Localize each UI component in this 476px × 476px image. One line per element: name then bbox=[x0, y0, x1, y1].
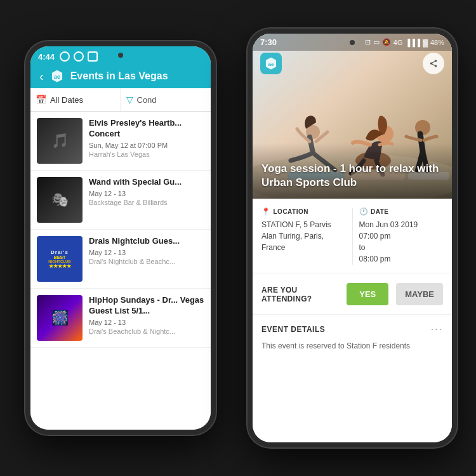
app-bar-title: Events in Las Vegas bbox=[70, 70, 202, 82]
event-thumb-2 bbox=[37, 177, 83, 223]
event-details-description: This event is reserved to Station F resi… bbox=[261, 340, 443, 352]
maybe-button[interactable]: MAYBE bbox=[396, 283, 443, 305]
location-date-row: 📍 LOCATION STATION F, 5 Parvis Alan Turi… bbox=[253, 199, 452, 274]
share-button[interactable] bbox=[423, 53, 444, 74]
hero-title-overlay: Yoga session - 1 hour to relax with Urba… bbox=[253, 143, 452, 199]
status-icons-back bbox=[60, 51, 98, 62]
event-date-3: May 12 - 13 bbox=[89, 249, 204, 256]
event-date-4: May 12 - 13 bbox=[89, 319, 204, 326]
event-title-4: HipHop Sundays - Dr... Vegas Guest List … bbox=[89, 295, 204, 317]
event-title-1: Elvis Presley's Heartb... Concert bbox=[89, 118, 204, 140]
logo-hex-back: ae bbox=[50, 69, 64, 83]
logo-hex-front[interactable]: ae bbox=[260, 53, 282, 74]
instagram-icon bbox=[74, 51, 84, 62]
yes-button[interactable]: YES bbox=[347, 283, 388, 305]
clock-icon: 🕐 bbox=[359, 208, 369, 216]
app-icon bbox=[88, 51, 98, 62]
hero-nav: ae bbox=[253, 53, 452, 74]
location-value: STATION F, 5 Parvis Alan Turing, Paris, … bbox=[261, 219, 346, 253]
event-item-1[interactable]: Elvis Presley's Heartb... Concert Sun, M… bbox=[30, 112, 211, 171]
event-item-3[interactable]: Drai's BEST NIGHTCLUB ★★★★★ Drais Nightc… bbox=[30, 230, 211, 289]
col-divider bbox=[352, 208, 353, 265]
attending-question: ARE YOU ATTENDING? bbox=[261, 286, 339, 303]
event-item-4[interactable]: HipHop Sundays - Dr... Vegas Guest List … bbox=[30, 289, 211, 348]
event-thumb-4 bbox=[37, 295, 83, 341]
share-icon bbox=[429, 59, 438, 68]
app-bar-back: ‹ ae Events in Las Vegas bbox=[30, 64, 211, 88]
attending-row: ARE YOU ATTENDING? YES MAYBE bbox=[253, 274, 452, 315]
event-venue-4: Drai's Beachclub & Nightc... bbox=[89, 327, 204, 335]
date-value: Mon Jun 03 2019 07:00 pm to 08:00 pm bbox=[359, 219, 444, 265]
svg-point-15 bbox=[435, 65, 437, 67]
status-time-front: 7:30 bbox=[260, 37, 277, 47]
svg-text:ae: ae bbox=[54, 74, 60, 80]
event-venue-3: Drai's Nightclub & Beachc... bbox=[89, 258, 204, 265]
event-title-2: Wand with Special Gu... bbox=[89, 177, 204, 188]
event-title-3: Drais Nightclub Gues... bbox=[89, 236, 204, 247]
signal-bars-icon: ▐▐▐ bbox=[406, 39, 420, 46]
event-thumb-3: Drai's BEST NIGHTCLUB ★★★★★ bbox=[37, 236, 83, 282]
hero-section: 7:30 ⊡ ▭ 🔕 4G ▐▐▐ ▓ 48% ae bbox=[253, 34, 452, 199]
cond-filter-label: Cond bbox=[137, 95, 157, 105]
detail-section: 📍 LOCATION STATION F, 5 Parvis Alan Turi… bbox=[253, 199, 452, 442]
svg-point-14 bbox=[430, 62, 433, 65]
event-venue-2: Backstage Bar & Billiards bbox=[89, 199, 204, 206]
calendar-icon: 📅 bbox=[36, 95, 46, 105]
more-options-icon[interactable]: ··· bbox=[431, 324, 443, 335]
event-details-header: EVENT DETAILS ··· bbox=[261, 324, 443, 335]
hero-title: Yoga session - 1 hour to relax with Urba… bbox=[261, 162, 443, 190]
event-thumb-1 bbox=[37, 118, 83, 164]
signal-label: 4G bbox=[393, 39, 403, 46]
event-info-1: Elvis Presley's Heartb... Concert Sun, M… bbox=[89, 118, 204, 158]
filter-bar: 📅 All Dates ▽ Cond bbox=[30, 88, 211, 112]
date-filter-btn[interactable]: 📅 All Dates bbox=[30, 88, 121, 111]
back-phone: 4:44 ‹ ae Events in Las Vegas 📅 All Date… bbox=[25, 41, 216, 435]
svg-point-13 bbox=[435, 60, 437, 62]
svg-text:ae: ae bbox=[268, 62, 274, 67]
location-pin-icon: 📍 bbox=[261, 208, 271, 216]
event-details-title: EVENT DETAILS bbox=[261, 325, 325, 334]
battery-icon: ▓ bbox=[423, 39, 428, 46]
front-phone: 7:30 ⊡ ▭ 🔕 4G ▐▐▐ ▓ 48% ae bbox=[248, 29, 457, 447]
cond-filter-btn[interactable]: ▽ Cond bbox=[121, 88, 211, 111]
event-info-3: Drais Nightclub Gues... May 12 - 13 Drai… bbox=[89, 236, 204, 265]
event-venue-1: Harrah's Las Vegas bbox=[89, 150, 204, 158]
battery-label: 48% bbox=[430, 39, 444, 46]
location-col: 📍 LOCATION STATION F, 5 Parvis Alan Turi… bbox=[261, 208, 346, 265]
date-col: 🕐 DATE Mon Jun 03 2019 07:00 pm to 08:00… bbox=[359, 208, 444, 265]
event-date-2: May 12 - 13 bbox=[89, 190, 204, 197]
event-info-4: HipHop Sundays - Dr... Vegas Guest List … bbox=[89, 295, 204, 335]
hex-logo-svg: ae bbox=[264, 56, 278, 70]
camera-status-icon: ⊡ bbox=[365, 38, 371, 46]
event-details-section: EVENT DETAILS ··· This event is reserved… bbox=[253, 315, 452, 360]
event-list: Elvis Presley's Heartb... Concert Sun, M… bbox=[30, 112, 211, 430]
date-label: 🕐 DATE bbox=[359, 208, 444, 216]
screen-icon: ▭ bbox=[373, 38, 380, 46]
camera-dot-front bbox=[350, 40, 355, 45]
status-icons-front: ⊡ ▭ 🔕 4G ▐▐▐ ▓ 48% bbox=[365, 38, 444, 46]
back-arrow-icon[interactable]: ‹ bbox=[39, 70, 44, 83]
filter-icon: ▽ bbox=[126, 95, 133, 105]
status-time-back: 4:44 bbox=[38, 52, 55, 62]
event-date-1: Sun, May 12 at 07:00 PM bbox=[89, 142, 204, 149]
location-label: 📍 LOCATION bbox=[261, 208, 346, 216]
svg-line-17 bbox=[432, 62, 435, 63]
date-filter-label: All Dates bbox=[50, 95, 83, 105]
mute-icon: 🔕 bbox=[382, 38, 391, 46]
camera-dot bbox=[118, 53, 123, 58]
event-item-2[interactable]: Wand with Special Gu... May 12 - 13 Back… bbox=[30, 171, 211, 230]
event-info-2: Wand with Special Gu... May 12 - 13 Back… bbox=[89, 177, 204, 206]
svg-line-16 bbox=[432, 64, 435, 65]
snapchat-icon bbox=[60, 51, 70, 62]
